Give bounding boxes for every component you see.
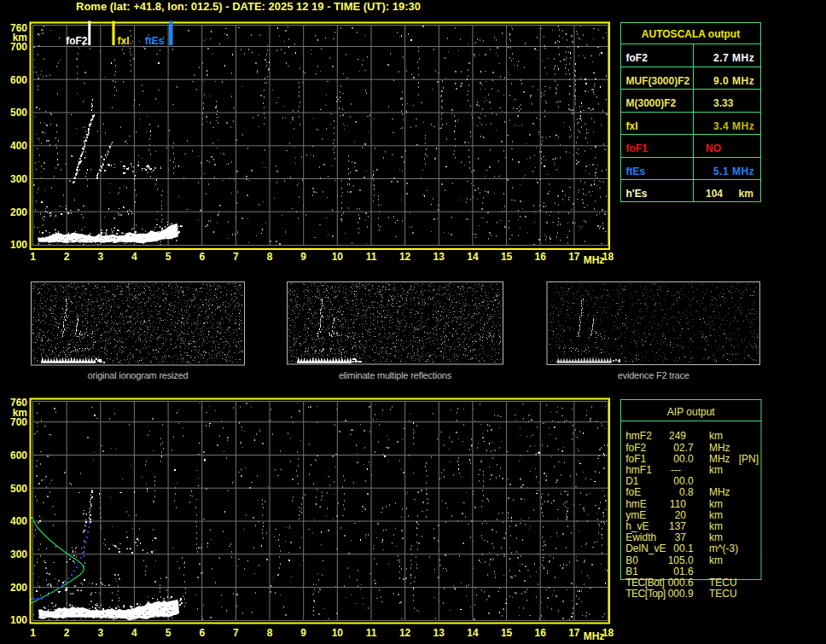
svg-text:000.6: 000.6 <box>668 577 694 589</box>
svg-text:evidence F2 trace: evidence F2 trace <box>618 370 689 380</box>
svg-text:9: 9 <box>300 251 306 263</box>
svg-text:foF1: foF1 <box>625 453 646 465</box>
svg-text:100: 100 <box>10 614 27 626</box>
svg-text:11: 11 <box>366 627 377 639</box>
svg-text:km: km <box>739 188 753 200</box>
svg-text:11: 11 <box>366 251 377 263</box>
svg-text:AIP output: AIP output <box>667 406 715 418</box>
svg-text:B1: B1 <box>625 566 638 577</box>
svg-text:1: 1 <box>30 627 36 639</box>
svg-text:500: 500 <box>10 107 27 119</box>
svg-text:foF2: foF2 <box>626 52 649 64</box>
svg-text:000.9: 000.9 <box>668 588 694 600</box>
svg-text:TEC[Bot]: TEC[Bot] <box>625 577 664 589</box>
svg-text:h_vE: h_vE <box>625 520 649 532</box>
svg-text:10: 10 <box>332 251 344 263</box>
svg-text:37: 37 <box>675 531 687 543</box>
svg-text:km: km <box>709 509 723 521</box>
svg-text:105.0: 105.0 <box>668 554 694 566</box>
svg-text:km: km <box>709 554 723 566</box>
svg-text:3.33: 3.33 <box>713 97 734 109</box>
svg-text:foF2: foF2 <box>66 35 88 47</box>
svg-text:200: 200 <box>10 206 27 218</box>
svg-text:20: 20 <box>675 509 687 521</box>
svg-text:hmE: hmE <box>625 498 647 510</box>
svg-text:13: 13 <box>433 251 445 263</box>
svg-text:100: 100 <box>10 239 27 251</box>
svg-text:MHz: MHz <box>709 442 730 454</box>
svg-text:original ionogram resized: original ionogram resized <box>88 370 189 380</box>
svg-text:4: 4 <box>131 251 137 263</box>
svg-text:2.7 MHz: 2.7 MHz <box>713 52 754 64</box>
svg-text:249: 249 <box>669 430 686 442</box>
svg-text:8: 8 <box>267 251 273 263</box>
svg-text:02.7: 02.7 <box>673 442 694 454</box>
svg-text:700: 700 <box>10 41 27 53</box>
svg-text:M(3000)F2: M(3000)F2 <box>626 97 677 109</box>
svg-text:00.0: 00.0 <box>673 453 694 465</box>
svg-text:ftEs: ftEs <box>626 165 646 177</box>
svg-text:15: 15 <box>501 251 513 263</box>
svg-text:eliminate multiple reflections: eliminate multiple reflections <box>339 370 452 380</box>
svg-text:14: 14 <box>467 251 479 263</box>
svg-text:15: 15 <box>501 627 513 639</box>
svg-text:0.8: 0.8 <box>679 486 694 498</box>
svg-text:3.4 MHz: 3.4 MHz <box>713 120 754 132</box>
svg-text:AUTOSCALA output: AUTOSCALA output <box>642 28 740 40</box>
svg-text:km: km <box>709 464 723 476</box>
svg-text:km: km <box>709 498 723 510</box>
svg-text:9: 9 <box>300 627 306 639</box>
svg-text:D1: D1 <box>625 475 639 487</box>
svg-text:5.1 MHz: 5.1 MHz <box>713 165 754 177</box>
svg-text:3: 3 <box>97 627 103 639</box>
svg-text:MUF(3000)F2: MUF(3000)F2 <box>626 75 690 87</box>
svg-text:5: 5 <box>166 627 172 639</box>
svg-text:00.1: 00.1 <box>673 542 694 554</box>
svg-text:8: 8 <box>267 627 273 639</box>
svg-text:600: 600 <box>10 450 27 461</box>
svg-text:m^(-3): m^(-3) <box>709 542 738 554</box>
svg-text:6: 6 <box>199 251 205 263</box>
svg-text:MHz: MHz <box>584 630 605 642</box>
svg-text:foF2: foF2 <box>625 442 646 454</box>
svg-text:14: 14 <box>467 627 479 639</box>
svg-text:hmF2: hmF2 <box>625 430 652 442</box>
svg-text:300: 300 <box>10 173 27 185</box>
svg-text:104: 104 <box>706 188 723 200</box>
svg-text:600: 600 <box>10 74 27 86</box>
svg-text:1: 1 <box>30 251 36 263</box>
svg-text:MHz: MHz <box>584 254 605 266</box>
svg-text:DelN_vE: DelN_vE <box>625 542 666 554</box>
svg-text:12: 12 <box>399 627 411 639</box>
svg-text:6: 6 <box>199 627 205 639</box>
svg-text:16: 16 <box>535 251 547 263</box>
svg-text:7: 7 <box>233 251 239 263</box>
svg-text:12: 12 <box>399 251 411 263</box>
svg-text:200: 200 <box>10 582 27 594</box>
svg-text:ymE: ymE <box>625 509 646 521</box>
svg-text:3: 3 <box>97 251 103 263</box>
svg-text:km: km <box>709 520 723 532</box>
svg-text:TECU: TECU <box>709 577 737 589</box>
svg-text:300: 300 <box>10 548 27 560</box>
svg-text:foF1: foF1 <box>626 142 649 154</box>
svg-text:4: 4 <box>131 627 137 639</box>
svg-text:7: 7 <box>233 627 239 639</box>
svg-text:16: 16 <box>535 627 547 639</box>
svg-text:9.0 MHz: 9.0 MHz <box>713 75 754 87</box>
svg-text:---: --- <box>671 464 681 476</box>
svg-text:00.0: 00.0 <box>673 475 694 487</box>
svg-text:[PN]: [PN] <box>739 453 759 465</box>
svg-text:foE: foE <box>625 486 641 498</box>
svg-text:10: 10 <box>332 627 344 639</box>
svg-text:01.6: 01.6 <box>673 566 694 577</box>
svg-text:700: 700 <box>10 416 27 428</box>
svg-text:137: 137 <box>669 520 686 532</box>
svg-text:2: 2 <box>64 251 70 263</box>
svg-text:km: km <box>709 430 723 442</box>
svg-text:km: km <box>709 531 723 543</box>
svg-text:hmF1: hmF1 <box>625 464 652 476</box>
svg-text:h'Es: h'Es <box>626 188 648 200</box>
svg-text:fxI: fxI <box>626 120 638 132</box>
svg-text:2: 2 <box>64 627 70 639</box>
